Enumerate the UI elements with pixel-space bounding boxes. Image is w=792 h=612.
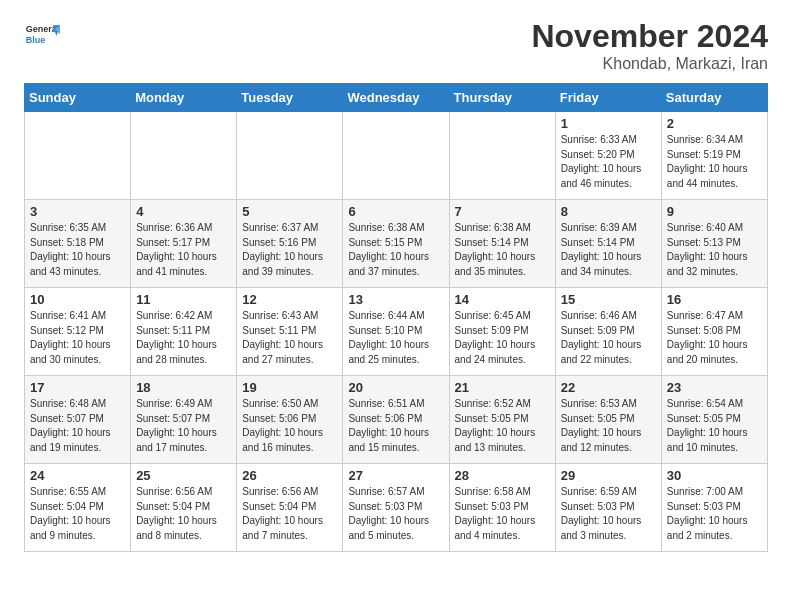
day-number: 17 (30, 380, 125, 395)
day-number: 22 (561, 380, 656, 395)
calendar-cell: 14Sunrise: 6:45 AMSunset: 5:09 PMDayligh… (449, 288, 555, 376)
calendar-cell: 13Sunrise: 6:44 AMSunset: 5:10 PMDayligh… (343, 288, 449, 376)
day-info: Sunrise: 6:36 AMSunset: 5:17 PMDaylight:… (136, 221, 231, 279)
svg-text:Blue: Blue (26, 35, 46, 45)
day-number: 7 (455, 204, 550, 219)
day-info: Sunrise: 6:38 AMSunset: 5:14 PMDaylight:… (455, 221, 550, 279)
day-number: 8 (561, 204, 656, 219)
day-number: 19 (242, 380, 337, 395)
calendar-cell: 1Sunrise: 6:33 AMSunset: 5:20 PMDaylight… (555, 112, 661, 200)
calendar-cell: 28Sunrise: 6:58 AMSunset: 5:03 PMDayligh… (449, 464, 555, 552)
day-number: 27 (348, 468, 443, 483)
day-info: Sunrise: 6:47 AMSunset: 5:08 PMDaylight:… (667, 309, 762, 367)
calendar-week-row: 17Sunrise: 6:48 AMSunset: 5:07 PMDayligh… (25, 376, 768, 464)
calendar-cell: 5Sunrise: 6:37 AMSunset: 5:16 PMDaylight… (237, 200, 343, 288)
day-info: Sunrise: 6:46 AMSunset: 5:09 PMDaylight:… (561, 309, 656, 367)
day-number: 2 (667, 116, 762, 131)
calendar-cell: 10Sunrise: 6:41 AMSunset: 5:12 PMDayligh… (25, 288, 131, 376)
location-subtitle: Khondab, Markazi, Iran (531, 55, 768, 73)
calendar-cell: 12Sunrise: 6:43 AMSunset: 5:11 PMDayligh… (237, 288, 343, 376)
day-number: 6 (348, 204, 443, 219)
day-number: 15 (561, 292, 656, 307)
day-number: 25 (136, 468, 231, 483)
day-number: 20 (348, 380, 443, 395)
calendar-cell: 24Sunrise: 6:55 AMSunset: 5:04 PMDayligh… (25, 464, 131, 552)
day-info: Sunrise: 6:56 AMSunset: 5:04 PMDaylight:… (136, 485, 231, 543)
day-number: 4 (136, 204, 231, 219)
day-info: Sunrise: 6:50 AMSunset: 5:06 PMDaylight:… (242, 397, 337, 455)
month-title: November 2024 (531, 18, 768, 55)
title-area: November 2024 Khondab, Markazi, Iran (531, 18, 768, 73)
day-info: Sunrise: 6:43 AMSunset: 5:11 PMDaylight:… (242, 309, 337, 367)
calendar-cell: 3Sunrise: 6:35 AMSunset: 5:18 PMDaylight… (25, 200, 131, 288)
weekday-header-saturday: Saturday (661, 84, 767, 112)
calendar-cell: 11Sunrise: 6:42 AMSunset: 5:11 PMDayligh… (131, 288, 237, 376)
day-number: 29 (561, 468, 656, 483)
calendar-cell: 30Sunrise: 7:00 AMSunset: 5:03 PMDayligh… (661, 464, 767, 552)
calendar-cell: 25Sunrise: 6:56 AMSunset: 5:04 PMDayligh… (131, 464, 237, 552)
day-number: 21 (455, 380, 550, 395)
day-number: 3 (30, 204, 125, 219)
calendar-header: SundayMondayTuesdayWednesdayThursdayFrid… (25, 84, 768, 112)
day-number: 16 (667, 292, 762, 307)
weekday-header-monday: Monday (131, 84, 237, 112)
calendar-cell: 18Sunrise: 6:49 AMSunset: 5:07 PMDayligh… (131, 376, 237, 464)
day-info: Sunrise: 6:53 AMSunset: 5:05 PMDaylight:… (561, 397, 656, 455)
calendar-cell (449, 112, 555, 200)
header: General Blue November 2024 Khondab, Mark… (0, 0, 792, 83)
day-info: Sunrise: 6:35 AMSunset: 5:18 PMDaylight:… (30, 221, 125, 279)
day-info: Sunrise: 6:52 AMSunset: 5:05 PMDaylight:… (455, 397, 550, 455)
calendar-cell (237, 112, 343, 200)
day-number: 9 (667, 204, 762, 219)
day-info: Sunrise: 6:54 AMSunset: 5:05 PMDaylight:… (667, 397, 762, 455)
calendar-cell (343, 112, 449, 200)
calendar-cell: 9Sunrise: 6:40 AMSunset: 5:13 PMDaylight… (661, 200, 767, 288)
day-info: Sunrise: 6:49 AMSunset: 5:07 PMDaylight:… (136, 397, 231, 455)
calendar-week-row: 3Sunrise: 6:35 AMSunset: 5:18 PMDaylight… (25, 200, 768, 288)
calendar-cell: 20Sunrise: 6:51 AMSunset: 5:06 PMDayligh… (343, 376, 449, 464)
day-info: Sunrise: 7:00 AMSunset: 5:03 PMDaylight:… (667, 485, 762, 543)
calendar-cell: 19Sunrise: 6:50 AMSunset: 5:06 PMDayligh… (237, 376, 343, 464)
day-number: 14 (455, 292, 550, 307)
day-number: 24 (30, 468, 125, 483)
day-number: 13 (348, 292, 443, 307)
day-number: 5 (242, 204, 337, 219)
calendar-body: 1Sunrise: 6:33 AMSunset: 5:20 PMDaylight… (25, 112, 768, 552)
weekday-header-sunday: Sunday (25, 84, 131, 112)
day-number: 30 (667, 468, 762, 483)
weekday-header-thursday: Thursday (449, 84, 555, 112)
calendar-cell: 6Sunrise: 6:38 AMSunset: 5:15 PMDaylight… (343, 200, 449, 288)
calendar-cell: 16Sunrise: 6:47 AMSunset: 5:08 PMDayligh… (661, 288, 767, 376)
day-info: Sunrise: 6:48 AMSunset: 5:07 PMDaylight:… (30, 397, 125, 455)
calendar-cell: 26Sunrise: 6:56 AMSunset: 5:04 PMDayligh… (237, 464, 343, 552)
calendar-week-row: 1Sunrise: 6:33 AMSunset: 5:20 PMDaylight… (25, 112, 768, 200)
day-number: 11 (136, 292, 231, 307)
calendar-week-row: 24Sunrise: 6:55 AMSunset: 5:04 PMDayligh… (25, 464, 768, 552)
day-number: 10 (30, 292, 125, 307)
day-number: 23 (667, 380, 762, 395)
calendar-cell: 4Sunrise: 6:36 AMSunset: 5:17 PMDaylight… (131, 200, 237, 288)
calendar-table: SundayMondayTuesdayWednesdayThursdayFrid… (24, 83, 768, 552)
logo: General Blue (24, 18, 60, 54)
day-info: Sunrise: 6:45 AMSunset: 5:09 PMDaylight:… (455, 309, 550, 367)
day-number: 28 (455, 468, 550, 483)
calendar-cell (131, 112, 237, 200)
day-info: Sunrise: 6:41 AMSunset: 5:12 PMDaylight:… (30, 309, 125, 367)
calendar-cell: 29Sunrise: 6:59 AMSunset: 5:03 PMDayligh… (555, 464, 661, 552)
day-number: 1 (561, 116, 656, 131)
day-number: 26 (242, 468, 337, 483)
calendar-cell: 8Sunrise: 6:39 AMSunset: 5:14 PMDaylight… (555, 200, 661, 288)
day-info: Sunrise: 6:58 AMSunset: 5:03 PMDaylight:… (455, 485, 550, 543)
day-number: 18 (136, 380, 231, 395)
general-blue-icon: General Blue (24, 18, 60, 54)
calendar-cell: 23Sunrise: 6:54 AMSunset: 5:05 PMDayligh… (661, 376, 767, 464)
day-info: Sunrise: 6:56 AMSunset: 5:04 PMDaylight:… (242, 485, 337, 543)
calendar-cell: 17Sunrise: 6:48 AMSunset: 5:07 PMDayligh… (25, 376, 131, 464)
day-info: Sunrise: 6:59 AMSunset: 5:03 PMDaylight:… (561, 485, 656, 543)
calendar-cell: 2Sunrise: 6:34 AMSunset: 5:19 PMDaylight… (661, 112, 767, 200)
calendar-cell: 15Sunrise: 6:46 AMSunset: 5:09 PMDayligh… (555, 288, 661, 376)
day-info: Sunrise: 6:55 AMSunset: 5:04 PMDaylight:… (30, 485, 125, 543)
day-info: Sunrise: 6:37 AMSunset: 5:16 PMDaylight:… (242, 221, 337, 279)
calendar-week-row: 10Sunrise: 6:41 AMSunset: 5:12 PMDayligh… (25, 288, 768, 376)
day-info: Sunrise: 6:33 AMSunset: 5:20 PMDaylight:… (561, 133, 656, 191)
